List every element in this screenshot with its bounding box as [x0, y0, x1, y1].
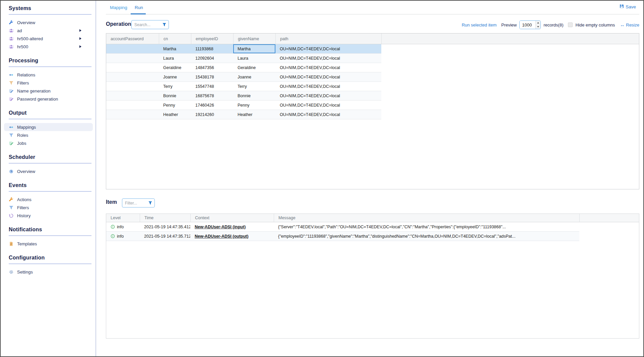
hide-empty-columns-checkbox[interactable] — [568, 22, 573, 27]
save-button[interactable]: Save — [620, 4, 636, 9]
preview-spinner — [535, 21, 540, 29]
sidebar-item-name-generation[interactable]: Name generation — [9, 87, 93, 95]
log-row[interactable]: info 2021-05-19 14:47:35.412 New-ADUser-… — [106, 222, 579, 232]
resize-label: Resize — [626, 22, 639, 27]
cell-path: OU=NIM,DC=T4EDEV,DC=local — [275, 91, 381, 100]
cell-accountPassword — [106, 91, 159, 100]
cell-employeeID: 12092604 — [191, 54, 233, 63]
section-heading-events: Events — [9, 182, 91, 192]
table-row[interactable]: Bonnie 16875678 Bonnie OU=NIM,DC=T4EDEV,… — [106, 91, 381, 101]
sidebar-section-processing: Processing Relations Filters Name genera… — [9, 58, 95, 103]
cell-cn: Bonnie — [159, 91, 191, 100]
document-icon — [9, 241, 14, 246]
operation-search-box — [131, 20, 169, 29]
history-icon — [9, 213, 14, 218]
operation-toolbar: Operation Run selected item Preview reco… — [106, 19, 639, 30]
sidebar-item-password-generation[interactable]: Password generation — [9, 95, 93, 103]
cell-accountPassword — [106, 110, 159, 119]
sidebar-item-scheduler-overview[interactable]: Overview — [9, 167, 93, 175]
sidebar-item-system-ad[interactable]: ad — [9, 26, 93, 35]
cell-employeeID: 16875678 — [191, 91, 233, 100]
preview-count-input[interactable] — [520, 21, 535, 29]
table-row[interactable]: Heather 19214260 Heather OU=NIM,DC=T4EDE… — [106, 110, 381, 119]
sidebar-item-label: Name generation — [17, 88, 51, 94]
chevron-right-icon[interactable] — [79, 29, 81, 32]
table-row[interactable]: Martha 11193868 Martha OU=NIM,DC=T4EDEV,… — [106, 44, 381, 54]
column-header-givenName[interactable]: givenName — [233, 34, 275, 44]
run-selected-item-link[interactable]: Run selected item — [462, 22, 497, 27]
column-header-cn[interactable]: cn — [159, 34, 191, 44]
spinner-up-button[interactable] — [536, 21, 540, 25]
sidebar-item-relations[interactable]: Relations — [9, 71, 93, 79]
sidebar-item-systems-overview[interactable]: Overview — [9, 18, 93, 26]
sidebar-item-label: ad — [17, 28, 22, 33]
cell-givenName: Bonnie — [233, 91, 275, 100]
item-title: Item — [106, 199, 117, 205]
sidebar-item-settings[interactable]: Settings — [9, 268, 93, 276]
cell-level: info — [106, 232, 140, 241]
item-filter-input[interactable] — [125, 201, 148, 205]
column-header-path[interactable]: path — [275, 34, 381, 44]
sidebar-item-history[interactable]: History — [9, 212, 93, 220]
sidebar-item-processing-filters[interactable]: Filters — [9, 79, 93, 87]
info-icon — [111, 234, 115, 238]
table-row[interactable]: Laura 12092604 Laura OU=NIM,DC=T4EDEV,DC… — [106, 54, 381, 63]
pencil-document-icon — [9, 141, 14, 146]
sidebar-item-jobs[interactable]: Jobs — [9, 139, 93, 147]
resize-button[interactable]: ↔ Resize — [620, 22, 639, 27]
table-row[interactable]: Geraldine 14847356 Geraldine OU=NIM,DC=T… — [106, 63, 381, 72]
operation-title: Operation — [106, 21, 131, 27]
sidebar-item-mappings[interactable]: Mappings — [4, 123, 93, 131]
records-count-label: records(8) — [543, 22, 563, 27]
sidebar-item-label: Overview — [17, 20, 35, 25]
log-row[interactable]: info 2021-05-19 14:47:35.712 New-ADUser-… — [106, 232, 579, 241]
filter-funnel-icon[interactable] — [148, 201, 152, 205]
item-table-body: info 2021-05-19 14:47:35.412 New-ADUser-… — [106, 222, 579, 241]
cell-employeeID: 19214260 — [191, 110, 233, 119]
cell-path: OU=NIM,DC=T4EDEV,DC=local — [275, 110, 381, 119]
header-filler — [579, 214, 639, 222]
chevron-right-icon[interactable] — [79, 45, 81, 48]
table-row[interactable]: Penny 17460426 Penny OU=NIM,DC=T4EDEV,DC… — [106, 101, 381, 110]
chevron-right-icon[interactable] — [79, 37, 81, 40]
column-header-level[interactable]: Level — [106, 214, 140, 222]
table-row[interactable]: Terry 15547748 Terry OU=NIM,DC=T4EDEV,DC… — [106, 82, 381, 91]
spinner-down-button[interactable] — [536, 25, 540, 29]
tab-run[interactable]: Run — [135, 5, 143, 10]
app-window: Systems Overview ad hr500-altered — [0, 0, 644, 357]
sidebar-section-configuration: Configuration Settings — [9, 255, 95, 276]
tab-mapping[interactable]: Mapping — [110, 5, 127, 10]
cell-accountPassword — [106, 63, 159, 72]
cell-givenName-selected[interactable]: Martha — [233, 44, 275, 53]
sidebar-item-templates[interactable]: Templates — [9, 240, 93, 248]
table-row[interactable]: Joanne 15438178 Joanne OU=NIM,DC=T4EDEV,… — [106, 72, 381, 82]
double-arrow-icon — [9, 125, 14, 130]
filter-funnel-icon[interactable] — [162, 22, 167, 27]
users-icon — [9, 36, 14, 41]
cell-givenName: Joanne — [233, 72, 275, 81]
sidebar-item-label: Password generation — [17, 97, 58, 102]
cell-path: OU=NIM,DC=T4EDEV,DC=local — [275, 72, 381, 81]
pencil-document-icon — [9, 88, 14, 94]
cell-givenName: Geraldine — [233, 63, 275, 72]
column-header-time[interactable]: Time — [140, 214, 190, 222]
sidebar-item-events-filters[interactable]: Filters — [9, 203, 93, 212]
preview-label: Preview — [501, 22, 517, 27]
sidebar-item-system-hr500-altered[interactable]: hr500-altered — [9, 35, 93, 43]
column-header-message[interactable]: Message — [274, 214, 579, 222]
context-link[interactable]: New-ADUser-ADSI (input) — [195, 225, 246, 229]
cell-path: OU=NIM,DC=T4EDEV,DC=local — [275, 44, 381, 53]
cell-employeeID: 17460426 — [191, 101, 233, 110]
sidebar-item-roles[interactable]: Roles — [9, 131, 93, 139]
cell-employeeID: 11193868 — [191, 44, 233, 53]
context-link[interactable]: New-ADUser-ADSI (output) — [195, 234, 248, 239]
column-header-accountPassword[interactable]: accountPassword — [106, 34, 159, 44]
sidebar-item-actions[interactable]: Actions — [9, 195, 93, 203]
column-header-employeeID[interactable]: employeeID — [191, 34, 233, 44]
preview-count-field — [519, 20, 541, 29]
column-header-context[interactable]: Context — [190, 214, 274, 222]
operation-search-input[interactable] — [134, 22, 162, 27]
sidebar-item-label: Relations — [17, 72, 35, 77]
sidebar-item-system-hr500[interactable]: hr500 — [9, 43, 93, 51]
cell-cn: Joanne — [159, 72, 191, 81]
